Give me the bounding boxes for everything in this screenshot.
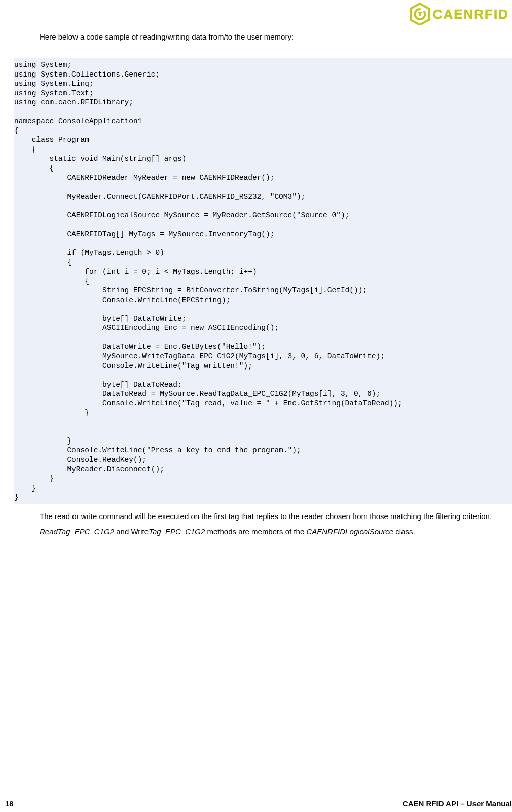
page-footer: 18 CAEN RFID API – User Manual	[5, 799, 512, 808]
svg-rect-2	[418, 12, 422, 13]
text-and-write: and Write	[114, 527, 149, 536]
page: CAENRFID Here below a code sample of rea…	[0, 0, 512, 812]
code-sample: using System; using System.Collections.G…	[14, 58, 512, 504]
doc-title: CAEN RFID API – User Manual	[403, 799, 512, 808]
paragraph-1: The read or write command will be execut…	[40, 511, 511, 522]
text-class: class.	[393, 527, 415, 536]
method-writetag: Tag_EPC_C1G2	[149, 527, 205, 536]
class-logicalsource: CAENRFIDLogicalSource	[306, 527, 393, 536]
paragraph-2: ReadTag_EPC_C1G2 and WriteTag_EPC_C1G2 m…	[40, 527, 512, 537]
body-content: Here below a code sample of reading/writ…	[0, 0, 512, 537]
brand-logo: CAENRFID	[410, 3, 509, 25]
brand-hex-icon	[410, 3, 430, 25]
method-readtag: ReadTag_EPC_C1G2	[40, 527, 114, 536]
intro-text: Here below a code sample of reading/writ…	[40, 32, 512, 41]
text-methods-of: methods are members of the	[205, 527, 306, 536]
page-number: 18	[5, 799, 14, 808]
brand-name: CAENRFID	[433, 7, 509, 22]
